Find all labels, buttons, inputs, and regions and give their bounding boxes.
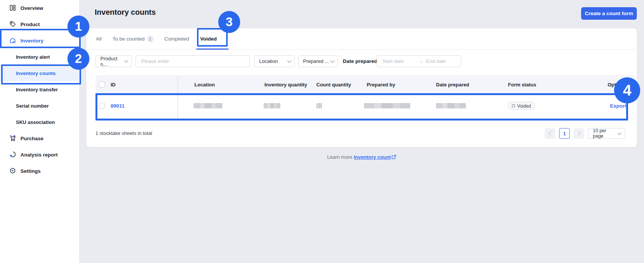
sidebar-item-label: Inventory counts [16, 70, 56, 76]
table-row: 89011 Voided Export [95, 94, 636, 118]
select-all-checkbox[interactable] [99, 81, 105, 88]
sidebar-item-analysis-report[interactable]: Analysis report [0, 147, 79, 163]
redacted-count-quantity [316, 103, 322, 108]
inventory-counts-card: All To be counted 1 Completed Voided Pro… [86, 28, 637, 147]
page-title: Inventory counts [95, 8, 156, 17]
chevron-left-icon [549, 131, 553, 135]
sidebar-item-label: Purchase [20, 136, 44, 141]
sidebar-item-label: Inventory transfer [16, 87, 58, 92]
table-header-row: ID Location Inventory quantity Count qua… [95, 75, 636, 94]
column-header-options: Options [608, 81, 626, 87]
end-date-input[interactable] [425, 58, 456, 64]
chevron-down-icon [330, 59, 335, 63]
sidebar-item-sku-association[interactable]: SKU association [0, 114, 79, 130]
fixed-column-divider [177, 75, 178, 118]
column-header-date-prepared: Date prepared [436, 81, 469, 87]
sidebar-item-label: Overview [20, 5, 43, 11]
voided-ring-icon [512, 104, 515, 108]
active-tab-underline [196, 49, 228, 50]
sidebar-item-overview[interactable]: Overview [0, 0, 79, 16]
sidebar-item-label: Settings [20, 168, 41, 174]
chevron-right-icon [576, 131, 580, 135]
chevron-down-icon [617, 131, 622, 135]
tab-all[interactable]: All [96, 36, 102, 42]
analysis-pie-icon [9, 151, 16, 159]
keyword-search-box [136, 55, 250, 67]
column-header-count-quantity: Count quantity [316, 81, 351, 87]
sidebar-item-serial-number[interactable]: Serial number [0, 98, 79, 114]
external-link-icon [391, 155, 396, 160]
sidebar-item-inventory[interactable]: Inventory [0, 33, 79, 49]
location-select[interactable]: Location [254, 55, 295, 67]
start-date-input[interactable] [381, 58, 416, 64]
sidebar-item-product[interactable]: Product [0, 16, 79, 33]
inventory-count-link[interactable]: Inventory count [354, 154, 396, 160]
row-checkbox[interactable] [99, 103, 105, 109]
purchase-cart-icon [9, 135, 16, 142]
date-prepared-label: Date prepared [343, 55, 377, 67]
sidebar-item-inventory-alert[interactable]: Inventory alert [0, 49, 79, 65]
column-header-location: Location [194, 81, 215, 87]
prev-page-button[interactable] [545, 128, 555, 139]
count-form-id-link[interactable]: 89011 [111, 103, 125, 109]
column-header-form-status: Form status [508, 81, 536, 87]
redacted-date-prepared [436, 103, 466, 108]
redacted-inventory-quantity [264, 103, 280, 108]
redacted-location [194, 103, 222, 108]
column-header-id: ID [111, 81, 116, 87]
keyword-input[interactable] [141, 58, 245, 64]
sidebar-item-purchase[interactable]: Purchase [0, 130, 79, 147]
tab-count-badge: 1 [147, 36, 153, 42]
tab-voided[interactable]: Voided [200, 36, 217, 42]
settings-gear-icon [9, 168, 16, 175]
redacted-prepared-by [364, 103, 410, 108]
sidebar-item-inventory-transfer[interactable]: Inventory transfer [0, 81, 79, 98]
create-count-form-button[interactable]: Create a count form [581, 7, 637, 20]
sidebar-item-inventory-counts[interactable]: Inventory counts [0, 65, 79, 81]
page-number-button[interactable]: 1 [559, 128, 570, 139]
app-window: Overview Product Inventory Inventory ale… [0, 0, 644, 263]
sidebar-item-settings[interactable]: Settings [0, 163, 79, 179]
page-size-select[interactable]: 10 per page [588, 128, 625, 139]
counts-table: ID Location Inventory quantity Count qua… [95, 75, 636, 118]
date-range-picker: → [377, 55, 461, 67]
sidebar: Overview Product Inventory Inventory ale… [0, 0, 80, 263]
sidebar-item-label: Product [20, 22, 40, 27]
prepared-by-select[interactable]: Prepared ... [298, 55, 338, 67]
column-header-prepared-by: Prepared by [367, 81, 395, 87]
overview-icon [9, 5, 16, 12]
tab-completed[interactable]: Completed [164, 36, 189, 42]
export-link[interactable]: Export [610, 103, 626, 109]
chevron-down-icon [287, 59, 291, 63]
sidebar-item-label: SKU association [16, 119, 55, 125]
search-field-select[interactable]: Product n... [95, 55, 132, 67]
sidebar-item-label: Analysis report [20, 152, 58, 158]
column-header-inventory-quantity: Inventory quantity [264, 81, 307, 87]
total-count-text: 1 stocktake sheets in total [95, 130, 152, 136]
inventory-home-icon [9, 37, 16, 45]
next-page-button[interactable] [574, 128, 584, 139]
sidebar-item-label: Inventory [20, 38, 44, 44]
sidebar-item-label: Inventory alert [16, 54, 50, 60]
status-tabs: All To be counted 1 Completed Voided [86, 28, 637, 50]
tab-to-be-counted[interactable]: To be counted 1 [113, 36, 153, 42]
learn-more-text: Learn moreInventory count [86, 154, 637, 160]
sidebar-item-label: Serial number [16, 103, 49, 109]
date-range-arrow-icon: → [416, 58, 425, 64]
status-badge: Voided [508, 102, 535, 110]
product-tag-icon [9, 21, 16, 28]
